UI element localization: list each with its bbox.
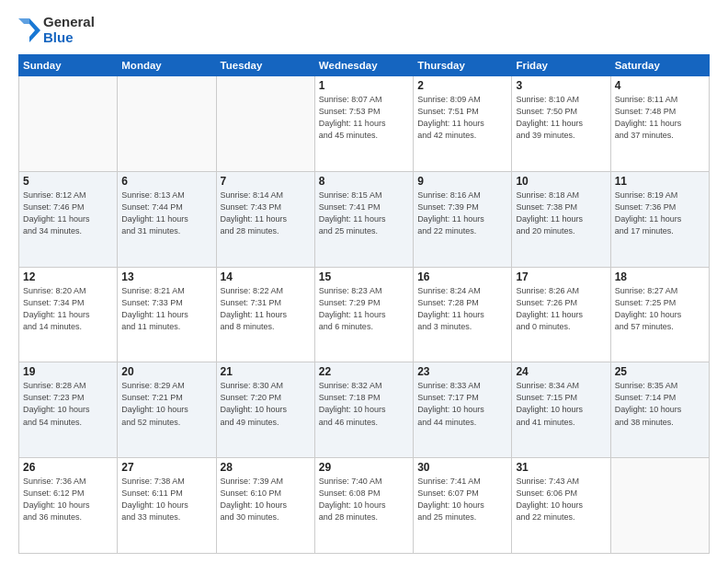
day-number: 14 <box>221 270 311 283</box>
weekday-friday: Friday <box>512 55 610 76</box>
calendar-cell: 2Sunrise: 8:09 AM Sunset: 7:51 PM Daylig… <box>414 76 512 172</box>
calendar-cell: 31Sunrise: 7:43 AM Sunset: 6:06 PM Dayli… <box>512 458 610 554</box>
day-number: 10 <box>516 175 606 188</box>
day-info: Sunrise: 8:18 AM Sunset: 7:38 PM Dayligh… <box>516 190 606 237</box>
calendar-cell <box>19 76 118 172</box>
day-number: 6 <box>121 175 211 188</box>
day-info: Sunrise: 8:14 AM Sunset: 7:43 PM Dayligh… <box>221 190 311 237</box>
calendar-cell: 26Sunrise: 7:36 AM Sunset: 6:12 PM Dayli… <box>19 458 118 554</box>
weekday-monday: Monday <box>118 55 216 76</box>
day-info: Sunrise: 8:09 AM Sunset: 7:51 PM Dayligh… <box>417 94 507 142</box>
logo: General Blue <box>18 15 95 45</box>
day-info: Sunrise: 7:43 AM Sunset: 6:06 PM Dayligh… <box>516 476 606 523</box>
calendar-cell: 21Sunrise: 8:30 AM Sunset: 7:20 PM Dayli… <box>216 362 314 458</box>
calendar-cell: 30Sunrise: 7:41 AM Sunset: 6:07 PM Dayli… <box>414 458 512 554</box>
day-info: Sunrise: 8:32 AM Sunset: 7:18 PM Dayligh… <box>319 380 409 428</box>
weekday-sunday: Sunday <box>19 55 118 76</box>
day-number: 21 <box>221 365 311 378</box>
day-info: Sunrise: 7:38 AM Sunset: 6:11 PM Dayligh… <box>121 476 211 523</box>
calendar-cell: 27Sunrise: 7:38 AM Sunset: 6:11 PM Dayli… <box>118 458 216 554</box>
calendar-cell <box>610 458 709 554</box>
page-header: General Blue <box>18 15 710 45</box>
day-info: Sunrise: 8:10 AM Sunset: 7:50 PM Dayligh… <box>516 94 606 142</box>
calendar-cell: 15Sunrise: 8:23 AM Sunset: 7:29 PM Dayli… <box>314 267 413 362</box>
day-number: 23 <box>417 365 507 378</box>
day-number: 3 <box>516 79 606 92</box>
svg-marker-0 <box>29 18 40 42</box>
day-number: 8 <box>319 175 409 188</box>
calendar-cell: 1Sunrise: 8:07 AM Sunset: 7:53 PM Daylig… <box>314 76 413 172</box>
day-info: Sunrise: 8:24 AM Sunset: 7:28 PM Dayligh… <box>417 285 507 333</box>
day-info: Sunrise: 8:28 AM Sunset: 7:23 PM Dayligh… <box>23 380 113 428</box>
day-number: 20 <box>121 365 211 378</box>
day-number: 17 <box>516 270 606 283</box>
day-info: Sunrise: 8:16 AM Sunset: 7:39 PM Dayligh… <box>417 190 507 237</box>
weekday-wednesday: Wednesday <box>314 55 413 76</box>
calendar-cell: 25Sunrise: 8:35 AM Sunset: 7:14 PM Dayli… <box>610 362 709 458</box>
calendar-cell: 14Sunrise: 8:22 AM Sunset: 7:31 PM Dayli… <box>216 267 314 362</box>
day-info: Sunrise: 8:21 AM Sunset: 7:33 PM Dayligh… <box>121 285 211 333</box>
day-info: Sunrise: 8:20 AM Sunset: 7:34 PM Dayligh… <box>23 285 113 333</box>
day-number: 5 <box>23 175 113 188</box>
day-info: Sunrise: 8:23 AM Sunset: 7:29 PM Dayligh… <box>319 285 409 333</box>
day-number: 13 <box>121 270 211 283</box>
logo-blue-text: Blue <box>43 30 95 46</box>
calendar-cell: 4Sunrise: 8:11 AM Sunset: 7:48 PM Daylig… <box>610 76 709 172</box>
day-number: 31 <box>516 461 606 474</box>
day-info: Sunrise: 8:07 AM Sunset: 7:53 PM Dayligh… <box>319 94 409 142</box>
day-number: 18 <box>615 270 705 283</box>
day-info: Sunrise: 8:19 AM Sunset: 7:36 PM Dayligh… <box>615 190 705 237</box>
svg-marker-1 <box>18 18 29 24</box>
day-info: Sunrise: 8:13 AM Sunset: 7:44 PM Dayligh… <box>121 190 211 237</box>
day-info: Sunrise: 8:12 AM Sunset: 7:46 PM Dayligh… <box>23 190 113 237</box>
calendar-cell <box>216 76 314 172</box>
calendar-table: SundayMondayTuesdayWednesdayThursdayFrid… <box>18 54 710 554</box>
day-info: Sunrise: 8:26 AM Sunset: 7:26 PM Dayligh… <box>516 285 606 333</box>
day-info: Sunrise: 8:11 AM Sunset: 7:48 PM Dayligh… <box>615 94 705 142</box>
calendar-cell: 8Sunrise: 8:15 AM Sunset: 7:41 PM Daylig… <box>314 171 413 267</box>
calendar-cell: 28Sunrise: 7:39 AM Sunset: 6:10 PM Dayli… <box>216 458 314 554</box>
calendar-cell: 12Sunrise: 8:20 AM Sunset: 7:34 PM Dayli… <box>19 267 118 362</box>
calendar-cell: 17Sunrise: 8:26 AM Sunset: 7:26 PM Dayli… <box>512 267 610 362</box>
day-number: 11 <box>615 175 705 188</box>
calendar-cell: 11Sunrise: 8:19 AM Sunset: 7:36 PM Dayli… <box>610 171 709 267</box>
calendar-cell <box>118 76 216 172</box>
calendar-cell: 20Sunrise: 8:29 AM Sunset: 7:21 PM Dayli… <box>118 362 216 458</box>
calendar-cell: 16Sunrise: 8:24 AM Sunset: 7:28 PM Dayli… <box>414 267 512 362</box>
day-info: Sunrise: 8:27 AM Sunset: 7:25 PM Dayligh… <box>615 285 705 333</box>
calendar-cell: 29Sunrise: 7:40 AM Sunset: 6:08 PM Dayli… <box>314 458 413 554</box>
weekday-tuesday: Tuesday <box>216 55 314 76</box>
calendar-cell: 7Sunrise: 8:14 AM Sunset: 7:43 PM Daylig… <box>216 171 314 267</box>
day-number: 30 <box>417 461 507 474</box>
calendar-week-3: 19Sunrise: 8:28 AM Sunset: 7:23 PM Dayli… <box>19 362 710 458</box>
day-number: 9 <box>417 175 507 188</box>
day-number: 16 <box>417 270 507 283</box>
day-info: Sunrise: 8:35 AM Sunset: 7:14 PM Dayligh… <box>615 380 705 428</box>
calendar-cell: 9Sunrise: 8:16 AM Sunset: 7:39 PM Daylig… <box>414 171 512 267</box>
day-number: 24 <box>516 365 606 378</box>
calendar-week-4: 26Sunrise: 7:36 AM Sunset: 6:12 PM Dayli… <box>19 458 710 554</box>
calendar-cell: 24Sunrise: 8:34 AM Sunset: 7:15 PM Dayli… <box>512 362 610 458</box>
logo-general-text: General <box>43 15 95 30</box>
day-number: 2 <box>417 79 507 92</box>
calendar-cell: 19Sunrise: 8:28 AM Sunset: 7:23 PM Dayli… <box>19 362 118 458</box>
day-number: 12 <box>23 270 113 283</box>
calendar-week-1: 5Sunrise: 8:12 AM Sunset: 7:46 PM Daylig… <box>19 171 710 267</box>
day-info: Sunrise: 7:41 AM Sunset: 6:07 PM Dayligh… <box>417 476 507 523</box>
day-info: Sunrise: 8:22 AM Sunset: 7:31 PM Dayligh… <box>221 285 311 333</box>
calendar-cell: 10Sunrise: 8:18 AM Sunset: 7:38 PM Dayli… <box>512 171 610 267</box>
weekday-saturday: Saturday <box>610 55 709 76</box>
calendar-cell: 13Sunrise: 8:21 AM Sunset: 7:33 PM Dayli… <box>118 267 216 362</box>
day-info: Sunrise: 8:15 AM Sunset: 7:41 PM Dayligh… <box>319 190 409 237</box>
day-info: Sunrise: 8:30 AM Sunset: 7:20 PM Dayligh… <box>221 380 311 428</box>
day-info: Sunrise: 7:40 AM Sunset: 6:08 PM Dayligh… <box>319 476 409 523</box>
calendar-week-0: 1Sunrise: 8:07 AM Sunset: 7:53 PM Daylig… <box>19 76 710 172</box>
day-number: 7 <box>221 175 311 188</box>
day-number: 26 <box>23 461 113 474</box>
day-info: Sunrise: 8:29 AM Sunset: 7:21 PM Dayligh… <box>121 380 211 428</box>
calendar-cell: 3Sunrise: 8:10 AM Sunset: 7:50 PM Daylig… <box>512 76 610 172</box>
day-info: Sunrise: 7:36 AM Sunset: 6:12 PM Dayligh… <box>23 476 113 523</box>
logo-icon <box>18 18 40 42</box>
calendar-cell: 22Sunrise: 8:32 AM Sunset: 7:18 PM Dayli… <box>314 362 413 458</box>
weekday-header-row: SundayMondayTuesdayWednesdayThursdayFrid… <box>19 55 710 76</box>
